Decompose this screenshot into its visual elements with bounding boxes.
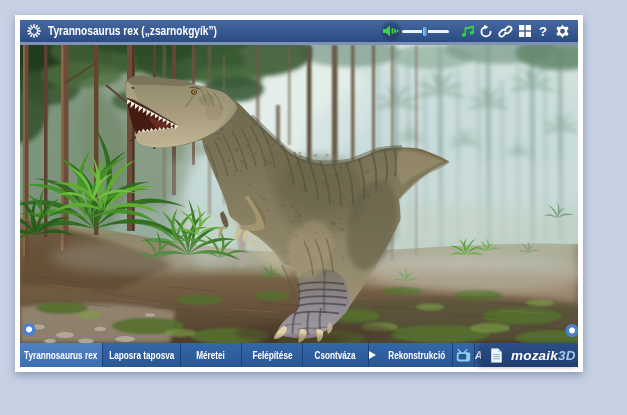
tab-label: Tyrannosaurus rex [24,350,97,361]
scene-hotspot-right[interactable] [565,324,579,338]
reset-view-icon[interactable] [479,20,494,42]
tab-csontvaza[interactable]: Csontváza [303,343,369,367]
tab-rekonstrukcio[interactable]: Rekonstrukció [369,343,454,367]
titlebar: Tyrannosaurus rex („zsarnokgyík”) [20,20,578,45]
help-question-icon[interactable]: ? [536,20,550,42]
document-icon [490,348,503,363]
apps-grid-icon[interactable] [518,20,532,42]
desktop-background: Tyrannosaurus rex („zsarnokgyík”) [0,0,627,415]
scene-hotspot-left[interactable] [22,323,36,337]
mozaik3d-logo: mozaik3D [511,348,576,363]
tab-meretei[interactable]: Méretei [181,343,242,367]
volume-speaker-icon[interactable] [382,20,400,42]
spinner-sun-icon [27,24,41,38]
scene-3d-viewport[interactable] [20,45,578,343]
tab-video[interactable] [453,343,475,367]
settings-gear-icon[interactable] [555,20,570,42]
link-icon[interactable] [498,20,513,42]
tab-label: Rekonstrukció [388,350,445,361]
tab-label: Méretei [197,350,226,361]
play-icon [369,351,376,359]
logo-panel[interactable]: mozaik3D [481,343,578,367]
tab-label: Laposra taposva [109,350,174,361]
volume-slider[interactable] [402,20,449,42]
scene-illustration [20,45,578,343]
tab-felepitese[interactable]: Felépítése [242,343,303,367]
app-content: Tyrannosaurus rex („zsarnokgyík”) [20,20,578,367]
tab-laposra-taposva[interactable]: Laposra taposva [103,343,181,367]
tab-label: Felépítése [252,350,292,361]
window-title: Tyrannosaurus rex („zsarnokgyík”) [48,20,217,42]
tabbar: Tyrannosaurus rex Laposra taposva Mérete… [20,343,578,367]
volume-slider-thumb[interactable] [422,26,428,37]
app-window: Tyrannosaurus rex („zsarnokgyík”) [15,15,583,372]
tab-label: Csontváza [315,350,356,361]
tv-icon [456,349,471,362]
music-note-icon[interactable] [460,20,475,42]
tab-tyrannosaurus-rex[interactable]: Tyrannosaurus rex [20,343,103,367]
